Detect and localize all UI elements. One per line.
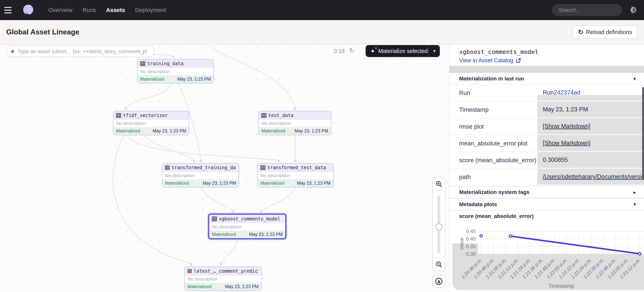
chevron-right-icon: ▸ (634, 189, 636, 195)
asset-detail-panel: xgboost_comments_model View in Asset Cat… (449, 45, 644, 292)
section-title: Materialization in last run (459, 76, 524, 82)
asset-node-name: transformed_training_data (172, 165, 236, 170)
x-axis-title: Timestamp (548, 283, 574, 289)
materialize-dropdown-caret[interactable]: ▾ (429, 48, 440, 54)
asset-node-header: tfidf_vectorizer (114, 111, 189, 120)
table-icon (116, 113, 121, 118)
metadata-row: path/Users/odetteharary/Documents/versio… (450, 169, 644, 186)
zoom-in-button[interactable] (433, 177, 445, 190)
metadata-label: path (450, 169, 537, 185)
metadata-row: score (mean_absolute_error)0.300855 (450, 152, 644, 169)
page-title: Global Asset Lineage (6, 28, 80, 36)
asset-node[interactable]: training_data No description Materialize… (137, 59, 214, 83)
section-materialization-last-run[interactable]: Materialization in last run ▾ (450, 73, 644, 85)
view-in-asset-catalog-link[interactable]: View in Asset Catalog (459, 57, 521, 64)
asset-node-description: No description (259, 120, 331, 127)
metadata-label: Timestamp (450, 102, 537, 118)
metadata-plot-title: score (mean_absolute_error) (459, 213, 534, 219)
horizontal-scrollbar[interactable] (537, 95, 644, 101)
asset-subset-filter[interactable]: ✳ (6, 46, 154, 57)
materialized-date: May 23, 1:23 PM (202, 181, 236, 186)
asset-node-name: transformed_test_data (267, 165, 326, 170)
asset-node[interactable]: test_data No description Materialized Ma… (258, 111, 331, 135)
nav-tab-overview[interactable]: Overview (48, 7, 72, 13)
table-icon (261, 113, 266, 118)
zoom-slider[interactable] (433, 191, 445, 257)
gear-icon[interactable]: ⚙ (630, 6, 637, 14)
reload-icon: ↻ (578, 29, 583, 36)
asset-subset-input[interactable] (18, 49, 150, 55)
asset-node-name: training_data (147, 61, 184, 66)
materialized-date: May 23, 1:23 PM (294, 128, 328, 134)
materialized-status: Materialized (188, 284, 212, 289)
nav-tab-runs[interactable]: Runs (82, 7, 96, 13)
asset-node-footer: Materialized May 23, 1:23 PM (114, 127, 189, 135)
materialized-date: May 23, 1:23 PM (152, 128, 186, 134)
hamburger-menu-icon[interactable] (4, 4, 16, 16)
score-chart: 0.450.400.350.301:20:36 p.m.1:20:48 p.m.… (450, 228, 644, 292)
y-tick-label: 0.40 (466, 236, 476, 242)
metadata-row: rmse plot[Show Markdown] (450, 118, 644, 135)
table-icon (165, 165, 170, 170)
link-label: View in Asset Catalog (459, 57, 513, 64)
zoom-slider-handle[interactable] (435, 223, 442, 231)
asset-graph-pane[interactable]: training_data No description Materialize… (0, 45, 449, 292)
chevron-down-icon: ▾ (634, 76, 636, 82)
refresh-icon[interactable]: ↻ (349, 47, 355, 54)
metadata-row: mean_absolute_error plot[Show Markdown] (450, 135, 644, 152)
y-tick-label: 0.45 (466, 228, 476, 234)
materialized-date: May 23, 1:23 PM (249, 232, 282, 237)
search-input[interactable] (558, 7, 632, 13)
section-materialization-system-tags[interactable]: Materialization system tags ▸ (450, 186, 644, 198)
zoom-out-button[interactable] (433, 258, 445, 271)
asset-node-header: transformed_training_data (162, 163, 239, 172)
materialize-selected-button[interactable]: ✦✦ Materialize selected ▾ (366, 45, 440, 57)
materialized-status: Materialized (165, 181, 189, 186)
metadata-label: rmse plot (450, 118, 537, 135)
asset-node[interactable]: xgboost_comments_model No description Ma… (208, 214, 286, 239)
table-icon (140, 61, 145, 66)
asset-node-description: No description (209, 223, 285, 230)
section-title: Metadata plots (459, 201, 497, 207)
asset-node-header: xgboost_comments_model (209, 215, 285, 223)
data-point (509, 235, 512, 237)
asset-node-name: xgboost_comments_model (219, 216, 280, 222)
asset-node-header: transformed_test_data (258, 163, 333, 172)
asset-node-name: tfidf_vectorizer (123, 113, 168, 118)
nav-tab-deployment[interactable]: Deployment (135, 7, 166, 13)
dagster-logo-icon[interactable] (22, 4, 34, 16)
global-search[interactable]: / (552, 4, 622, 16)
asset-node[interactable]: latest_…_comment_predictions No descript… (184, 266, 262, 291)
asset-node-footer: Materialized May 23, 1:23 PM (162, 179, 239, 187)
materialize-label: Materialize selected (378, 48, 428, 54)
show-markdown-link[interactable]: [Show Markdown] (543, 140, 590, 147)
materialized-date: May 23, 1:23 PM (177, 77, 211, 82)
reload-definitions-button[interactable]: ↻ Reload definitions (572, 25, 638, 39)
page-header: Global Asset Lineage ↻ Reload definition… (0, 20, 644, 45)
asset-node-footer: Materialized May 23, 1:23 PM (185, 283, 261, 290)
page-scrollbar[interactable] (642, 87, 644, 180)
table-icon (188, 269, 192, 273)
materialized-status: Materialized (261, 128, 285, 134)
reload-label: Reload definitions (586, 29, 632, 35)
path-link[interactable]: /Users/odetteharary/Documents/version (543, 173, 644, 180)
asset-title: xgboost_comments_model (459, 48, 538, 55)
section-metadata-plots[interactable]: Metadata plots ▾ (450, 198, 644, 210)
asset-node-description: No description (162, 172, 239, 179)
download-icon (435, 277, 443, 285)
asset-node[interactable]: transformed_test_data No description Mat… (257, 163, 334, 187)
metadata-value: /Users/odetteharary/Documents/version (537, 169, 644, 185)
nav-tab-assets[interactable]: Assets (106, 7, 125, 13)
materialized-status: Materialized (116, 128, 140, 134)
metadata-label: score (mean_absolute_error) (450, 152, 537, 168)
asset-node[interactable]: transformed_training_data No description… (162, 163, 239, 187)
sparkle-icon: ✦✦ (370, 48, 375, 55)
y-tick-label: 0.30 (466, 251, 476, 257)
metadata-value: May 23, 1:23 PM (537, 102, 644, 118)
download-graph-button[interactable] (432, 275, 446, 288)
asset-node-description: No description (258, 172, 333, 179)
asset-node[interactable]: tfidf_vectorizer No description Material… (113, 111, 189, 135)
top-nav: OverviewRunsAssetsDeployment / ⚙ (0, 0, 644, 20)
show-markdown-link[interactable]: [Show Markdown] (543, 123, 590, 130)
chevron-down-icon: ▾ (634, 201, 636, 207)
